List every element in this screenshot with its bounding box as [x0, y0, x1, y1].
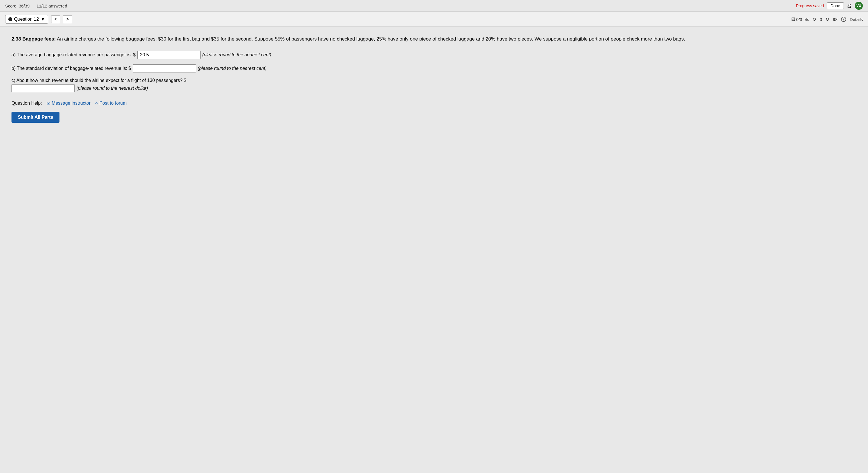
attempt-icon: ↻ — [826, 17, 829, 22]
score-info: Score: 36/39 11/12 answered — [5, 3, 67, 8]
pts-badge: ☑ 0/3 pts — [791, 17, 809, 22]
top-right: Progress saved Done 🖨 VU — [796, 2, 863, 10]
envelope-icon: ✉ — [46, 101, 50, 106]
part-c-input[interactable] — [11, 84, 75, 92]
part-b-suffix: (please round to the nearest cent) — [198, 64, 267, 73]
part-a-prefix: a) The average baggage-related revenue p… — [11, 51, 135, 59]
part-b-input[interactable] — [133, 64, 196, 72]
part-c: c) About how much revenue should the air… — [11, 78, 857, 93]
part-c-text: c) About how much revenue should the air… — [11, 78, 857, 83]
message-instructor-label: Message instructor — [52, 101, 91, 106]
attempt-count: 98 — [833, 17, 838, 22]
submit-all-parts-button[interactable]: Submit All Parts — [11, 112, 60, 123]
part-c-prefix: c) About how much revenue should the air… — [11, 78, 186, 83]
details-link[interactable]: Details — [849, 17, 863, 22]
part-a-suffix: (please round to the nearest cent) — [202, 51, 271, 59]
score-label: Score: 36/39 — [5, 3, 30, 8]
question-nav-left: Question 12 ▼ < > — [5, 15, 72, 24]
part-c-suffix: (please round to the nearest dollar) — [76, 84, 148, 93]
part-a-input[interactable] — [137, 51, 200, 59]
help-label: Question Help: — [11, 101, 42, 106]
question-nav-right: ☑ 0/3 pts ↺ 3 ↻ 98 i Details — [791, 17, 863, 22]
check-icon: ☑ — [791, 17, 795, 22]
question-nav: Question 12 ▼ < > ☑ 0/3 pts ↺ 3 ↻ 98 i D… — [0, 12, 868, 27]
avatar: VU — [855, 2, 863, 10]
pts-label: 0/3 pts — [796, 17, 809, 22]
forum-icon: ○ — [95, 101, 98, 106]
retry-icon: ↺ — [812, 17, 816, 22]
question-status-bullet — [8, 17, 12, 21]
dropdown-arrow-icon: ▼ — [40, 17, 45, 22]
part-a-row: a) The average baggage-related revenue p… — [11, 51, 857, 59]
progress-saved-label: Progress saved — [796, 3, 824, 8]
answered-label: 11/12 answered — [36, 3, 67, 8]
next-question-button[interactable]: > — [63, 15, 72, 23]
message-instructor-link[interactable]: ✉ Message instructor — [46, 101, 91, 106]
part-a: a) The average baggage-related revenue p… — [11, 51, 857, 59]
part-b-prefix: b) The standard deviation of baggage-rel… — [11, 64, 131, 73]
print-icon: 🖨 — [847, 3, 852, 9]
main-content: 2.38 Baggage fees: An airline charges th… — [0, 27, 868, 473]
info-icon: i — [841, 17, 846, 22]
part-b: b) The standard deviation of baggage-rel… — [11, 64, 857, 73]
question-dropdown[interactable]: Question 12 ▼ — [5, 15, 48, 24]
part-c-row: (please round to the nearest dollar) — [11, 84, 857, 93]
done-button[interactable]: Done — [827, 2, 844, 9]
problem-id: 2.38 Baggage fees: — [11, 36, 56, 42]
post-to-forum-label: Post to forum — [99, 101, 127, 106]
retry-count: 3 — [820, 17, 822, 22]
question-label: Question 12 — [14, 17, 39, 22]
problem-body: An airline charges the following baggage… — [56, 36, 685, 42]
top-bar: Score: 36/39 11/12 answered Progress sav… — [0, 0, 868, 12]
problem-statement: 2.38 Baggage fees: An airline charges th… — [11, 35, 857, 43]
part-b-row: b) The standard deviation of baggage-rel… — [11, 64, 857, 73]
question-help: Question Help: ✉ Message instructor ○ Po… — [11, 101, 857, 106]
post-to-forum-link[interactable]: ○ Post to forum — [95, 101, 127, 106]
prev-question-button[interactable]: < — [51, 15, 60, 23]
